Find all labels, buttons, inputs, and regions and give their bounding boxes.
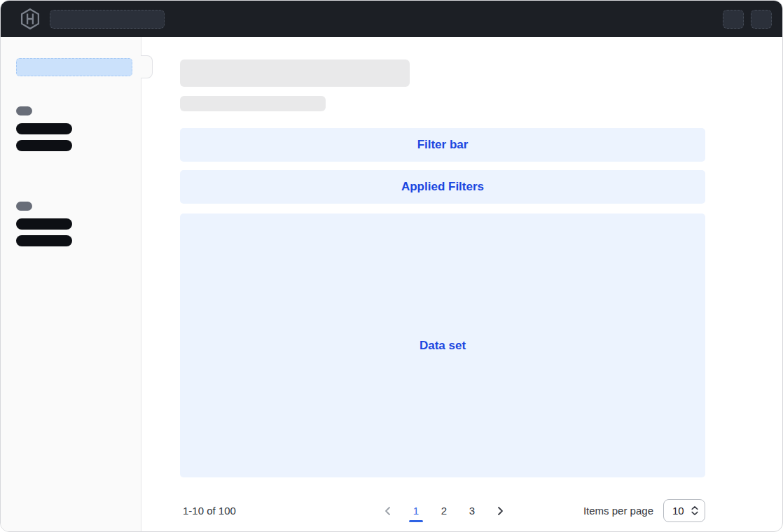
data-set-section: Data set: [180, 214, 705, 477]
items-per-page-select[interactable]: 10: [663, 499, 705, 522]
page-subtitle-placeholder: [180, 96, 326, 111]
next-page-button[interactable]: [492, 499, 508, 522]
navbar-actions: [723, 10, 772, 29]
applied-filters-label: Applied Filters: [401, 180, 484, 194]
data-set-label: Data set: [420, 339, 466, 353]
main-content: Filter bar Applied Filters Data set 1-10…: [141, 37, 782, 532]
sidebar-nav-item-placeholder[interactable]: [16, 218, 72, 230]
filter-bar-section[interactable]: Filter bar: [180, 128, 705, 162]
chevron-left-icon: [382, 505, 394, 517]
sidebar-active-item-placeholder[interactable]: [16, 58, 132, 76]
filter-bar-label: Filter bar: [417, 138, 469, 152]
page-button-1[interactable]: 1: [408, 499, 424, 522]
items-per-page: Items per page 10: [508, 499, 705, 522]
pager: 1 2 3: [380, 499, 508, 522]
sidebar-nav-group-2: [16, 202, 141, 246]
navbar-search-placeholder[interactable]: [50, 10, 165, 29]
sidebar: [1, 37, 141, 532]
sidebar-nav-item-placeholder[interactable]: [16, 140, 72, 151]
page-button-3[interactable]: 3: [464, 499, 480, 522]
navbar-action-placeholder-1[interactable]: [723, 10, 744, 29]
sidebar-nav-group-1: [16, 106, 141, 151]
app-window: Filter bar Applied Filters Data set 1-10…: [0, 0, 783, 532]
items-per-page-label: Items per page: [583, 505, 653, 517]
top-navbar: [1, 1, 782, 37]
page-button-2[interactable]: 2: [436, 499, 452, 522]
sidebar-nav-item-placeholder[interactable]: [16, 123, 72, 134]
previous-page-button[interactable]: [380, 499, 396, 522]
page-title-placeholder: [180, 59, 410, 87]
chevron-right-icon: [494, 505, 506, 517]
chevrons-up-down-icon: [690, 505, 700, 517]
hashicorp-logo-icon: [19, 8, 41, 30]
sidebar-collapse-handle[interactable]: [141, 55, 153, 78]
pagination-bar: 1-10 of 100 1 2 3: [180, 499, 705, 522]
applied-filters-section[interactable]: Applied Filters: [180, 170, 705, 204]
pagination-range-text: 1-10 of 100: [180, 505, 380, 517]
items-per-page-value: 10: [672, 505, 685, 517]
sidebar-nav-item-placeholder[interactable]: [16, 235, 72, 246]
sidebar-section-title-placeholder: [16, 202, 32, 211]
sidebar-section-title-placeholder: [16, 106, 32, 115]
navbar-action-placeholder-2[interactable]: [751, 10, 772, 29]
